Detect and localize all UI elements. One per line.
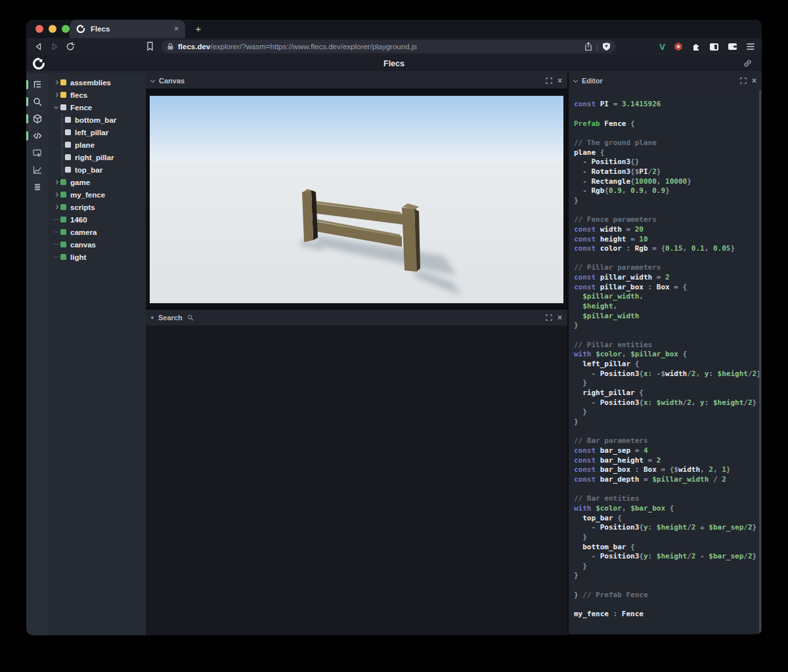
- canvas-column: Canvas ×: [146, 73, 567, 635]
- traffic-lights: [35, 25, 70, 33]
- expand-search-icon[interactable]: [546, 314, 552, 321]
- browser-tab[interactable]: Flecs ×: [70, 20, 185, 38]
- expand-canvas-icon[interactable]: [546, 77, 552, 84]
- entity-square-icon: [60, 217, 66, 222]
- expand-chevron-icon[interactable]: [53, 81, 59, 84]
- tree-item-camera[interactable]: camera: [48, 226, 146, 238]
- link-icon[interactable]: [743, 58, 753, 68]
- tree-guide-stub: [62, 119, 65, 120]
- lock-icon: [167, 43, 174, 51]
- browser-window: Flecs × + flecs.dev/explorer/?wasm=h: [26, 20, 762, 635]
- tree-item-right_pillar[interactable]: right_pillar: [48, 151, 146, 163]
- tree-item-light[interactable]: light: [48, 251, 146, 263]
- sidebar-search-icon[interactable]: [26, 93, 48, 110]
- expand-chevron-icon[interactable]: [53, 193, 59, 196]
- code-editor[interactable]: using flecs.game const PI = 3.1415926 Pr…: [569, 89, 762, 634]
- left-pillar-front: [302, 190, 313, 242]
- sidebar-stats-icon[interactable]: [26, 161, 48, 178]
- tree-item-1460[interactable]: 1460: [48, 213, 146, 226]
- tree-item-flecs[interactable]: flecs: [48, 89, 146, 101]
- editor-panel-header: Editor ×: [569, 73, 762, 89]
- collapse-canvas-icon[interactable]: [150, 77, 155, 82]
- tree-item-plane[interactable]: plane: [48, 138, 146, 151]
- entity-square-icon: [60, 204, 66, 210]
- entity-square-icon: [60, 92, 66, 98]
- tree-item-my_fence[interactable]: my_fence: [48, 188, 146, 201]
- sidebar-inspector-icon[interactable]: [26, 144, 48, 161]
- forward-button[interactable]: [50, 42, 59, 51]
- code-content[interactable]: using flecs.game const PI = 3.1415926 Pr…: [574, 89, 758, 620]
- share-icon[interactable]: [584, 42, 592, 51]
- entity-square-icon: [60, 104, 66, 110]
- entity-square-icon: [65, 129, 71, 135]
- extension-hexagon-icon[interactable]: [674, 42, 683, 51]
- entity-square-icon: [60, 179, 66, 185]
- canvas-panel-body: [146, 91, 567, 307]
- expand-chevron-icon[interactable]: [53, 93, 59, 96]
- tree-item-Fence[interactable]: Fence: [48, 101, 146, 114]
- entity-square-icon: [65, 154, 71, 160]
- active-indicator: [26, 97, 28, 106]
- tree-item-label: plane: [75, 141, 95, 149]
- sidebar-toggle-icon[interactable]: [709, 43, 719, 51]
- tree-item-top_bar[interactable]: top_bar: [48, 163, 146, 176]
- reload-button[interactable]: [66, 42, 75, 51]
- close-canvas-icon[interactable]: ×: [558, 76, 562, 85]
- tree-item-assemblies[interactable]: assemblies: [48, 76, 146, 89]
- sidebar-code-icon[interactable]: [26, 127, 48, 144]
- search-panel-body[interactable]: [146, 326, 567, 635]
- tree-item-label: camera: [70, 228, 97, 236]
- search-magnifier-icon: [187, 314, 194, 321]
- search-panel-header[interactable]: Search ×: [146, 310, 567, 326]
- expand-chevron-icon[interactable]: [53, 180, 59, 184]
- tree-item-label: flecs: [70, 91, 87, 99]
- entity-square-icon: [60, 229, 66, 235]
- canvas-panel-header: Canvas ×: [146, 73, 567, 89]
- minimize-window-button[interactable]: [49, 25, 56, 33]
- vue-devtools-icon[interactable]: V: [659, 42, 665, 52]
- entity-square-icon: [60, 242, 66, 247]
- tree-item-canvas[interactable]: canvas: [48, 238, 146, 251]
- page-title: Flecs: [26, 55, 762, 72]
- tree-item-bottom_bar[interactable]: bottom_bar: [48, 114, 146, 126]
- sidebar-outliner-icon[interactable]: [26, 76, 48, 93]
- close-editor-icon[interactable]: ×: [752, 76, 756, 85]
- search-collapsed-dot-icon: [151, 316, 154, 319]
- tree-guide-stub: [62, 132, 65, 133]
- tree-item-label: assemblies: [70, 79, 111, 87]
- tree-item-label: left_pillar: [75, 129, 108, 136]
- tab-strip: Flecs × +: [26, 20, 762, 38]
- active-indicator: [26, 80, 28, 89]
- collapse-editor-icon[interactable]: [573, 77, 578, 82]
- bookmark-icon[interactable]: [146, 41, 154, 51]
- brave-shield-icon[interactable]: [602, 42, 611, 51]
- tree-item-game[interactable]: game: [48, 176, 146, 188]
- url-bar[interactable]: flecs.dev/explorer/?wasm=https://www.fle…: [162, 40, 616, 53]
- entity-square-icon: [65, 142, 71, 148]
- tree-item-label: light: [70, 253, 86, 261]
- main-area: assembliesflecsFencebottom_barleft_pilla…: [26, 73, 762, 635]
- expand-chevron-icon[interactable]: [53, 205, 59, 209]
- editor-scrollbar[interactable]: [759, 90, 761, 633]
- expand-editor-icon[interactable]: [740, 77, 747, 84]
- close-window-button[interactable]: [35, 25, 43, 33]
- 3d-viewport[interactable]: [150, 96, 563, 303]
- zoom-window-button[interactable]: [62, 25, 70, 33]
- wallet-icon[interactable]: [728, 43, 737, 51]
- tab-close-icon[interactable]: ×: [174, 24, 179, 33]
- collapse-chevron-icon[interactable]: [53, 106, 59, 108]
- sidebar-rows-icon[interactable]: [26, 178, 48, 196]
- toolbar-divider: [597, 43, 598, 51]
- editor-panel-title: Editor: [582, 77, 603, 85]
- sidebar-cube-icon[interactable]: [26, 110, 48, 127]
- entity-tree: assembliesflecsFencebottom_barleft_pilla…: [48, 73, 146, 635]
- tree-item-scripts[interactable]: scripts: [48, 201, 146, 213]
- back-button[interactable]: [34, 42, 43, 51]
- tree-item-left_pillar[interactable]: left_pillar: [48, 126, 146, 138]
- new-tab-button[interactable]: +: [192, 22, 205, 35]
- extensions-puzzle-icon[interactable]: [691, 42, 701, 51]
- menu-icon[interactable]: [746, 43, 755, 51]
- tree-item-label: Fence: [70, 104, 92, 112]
- entity-square-icon: [60, 192, 66, 198]
- close-search-icon[interactable]: ×: [558, 313, 562, 322]
